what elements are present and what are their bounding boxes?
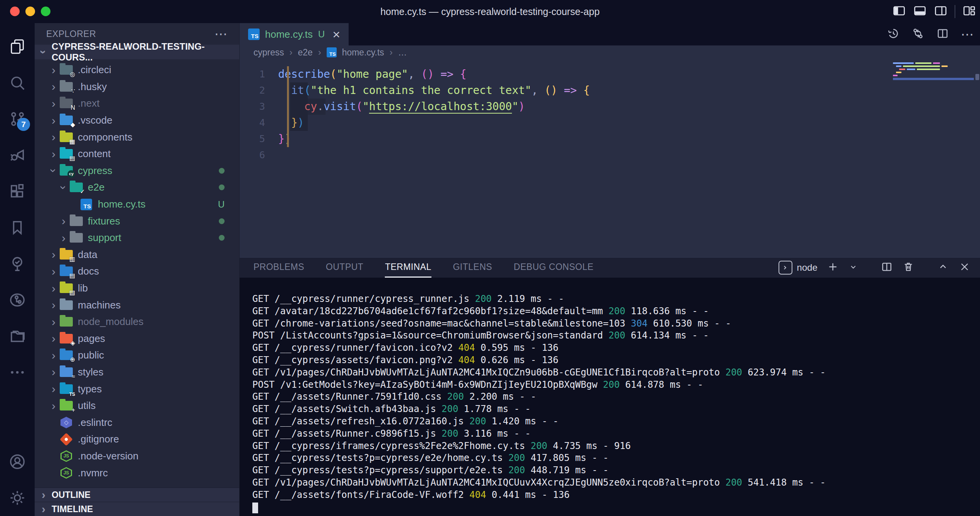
terminal-dropdown-icon[interactable] — [848, 262, 858, 273]
editor-more-actions-icon[interactable]: ⋯ — [961, 27, 974, 42]
local-history-icon[interactable] — [887, 27, 900, 42]
run-debug-icon[interactable] — [0, 137, 35, 173]
kill-terminal-icon[interactable] — [902, 261, 915, 275]
tree-item-label: machines — [78, 299, 121, 311]
scrollbar-thumb[interactable] — [975, 74, 979, 80]
explorer-more-icon[interactable]: ⋯ — [215, 30, 228, 38]
code-line: 4 }) — [240, 115, 980, 131]
code-line: 1describe("home page", () => { — [240, 66, 980, 82]
settings-gear-icon[interactable] — [0, 480, 35, 516]
folder-icon: ▤ — [59, 147, 74, 161]
toggle-secondary-sidebar-icon[interactable] — [934, 4, 948, 19]
minimap[interactable] — [893, 62, 974, 80]
panel-tab-output[interactable]: OUTPUT — [326, 258, 364, 278]
tree-item-.husky[interactable]: ›∵.husky — [35, 79, 239, 95]
tree-item-e2e[interactable]: ›✓e2e — [35, 179, 239, 196]
toggle-sidebar-icon[interactable] — [892, 4, 906, 19]
search-icon[interactable] — [0, 65, 35, 101]
close-tab-icon[interactable]: × — [332, 28, 340, 41]
tree-item-home.cy.ts[interactable]: TShome.cy.tsU — [35, 196, 239, 213]
panel-header: PROBLEMSOUTPUTTERMINALGITLENSDEBUG CONSO… — [240, 258, 980, 278]
new-terminal-icon[interactable] — [827, 261, 839, 275]
panel-tab-problems[interactable]: PROBLEMS — [253, 258, 304, 278]
chevron-right-icon: › — [49, 316, 59, 328]
window-controls — [10, 7, 50, 16]
tree-item-pages[interactable]: ›◈pages — [35, 330, 239, 347]
tree-item-fixtures[interactable]: ›fixtures — [35, 213, 239, 230]
terminal-line: GET /__/assets/Runner.7591f1d0.css 200 2… — [252, 391, 980, 403]
outline-section-header[interactable]: › OUTLINE — [35, 488, 239, 502]
modified-dot-badge — [219, 235, 225, 241]
explorer-icon[interactable] — [0, 28, 35, 65]
git-compare-icon[interactable] — [911, 27, 925, 42]
tree-item-cypress[interactable]: ›cycypress — [35, 163, 239, 179]
gitlens-icon[interactable] — [0, 282, 35, 318]
panel-tab-gitlens[interactable]: GITLENS — [453, 258, 492, 278]
tree-item-styles[interactable]: ›≈styles — [35, 364, 239, 381]
project-root-header[interactable]: › CYPRESS-REALWORLD-TESTING-COURS... — [35, 45, 239, 59]
extensions-icon[interactable] — [0, 173, 35, 209]
tree-item-support[interactable]: ›support — [35, 230, 239, 246]
maximize-panel-icon[interactable] — [937, 261, 949, 275]
tree-item-label: .husky — [78, 81, 107, 93]
tree-item-.nvmrc[interactable]: JS.nvmrc — [35, 464, 239, 481]
tree-item-.gitignore[interactable]: .gitignore — [35, 431, 239, 448]
source-control-icon[interactable]: 7 — [0, 101, 35, 137]
tree-item-utils[interactable]: ›+utils — [35, 397, 239, 414]
chevron-right-icon: › — [49, 249, 59, 260]
tree-item-label: .nvmrc — [78, 467, 108, 479]
tree-item-data[interactable]: ›▥data — [35, 246, 239, 263]
testing-tree-icon[interactable] — [0, 246, 35, 282]
code-editor[interactable]: 1describe("home page", () => {2 it("the … — [240, 59, 980, 257]
folder-icon — [69, 214, 84, 228]
titlebar: home.cy.ts — cypress-realworld-testing-c… — [0, 0, 980, 23]
minimap-slider[interactable] — [893, 78, 974, 80]
zoom-window-button[interactable] — [41, 7, 50, 16]
bookmarks-icon[interactable] — [0, 209, 35, 246]
tree-item-label: types — [78, 383, 102, 395]
folder-icon: ≈ — [59, 365, 74, 379]
breadcrumb[interactable]: cypress›e2e›TShome.cy.ts›… — [240, 45, 980, 59]
tree-item-node_modules[interactable]: ›node_modules — [35, 313, 239, 330]
more-views-icon[interactable] — [0, 354, 35, 390]
chevron-right-icon: › — [49, 350, 59, 361]
terminal-shell-icon — [779, 261, 792, 275]
split-terminal-icon[interactable] — [881, 261, 893, 275]
tree-item-docs[interactable]: ›▤docs — [35, 263, 239, 280]
breadcrumb-item[interactable]: … — [398, 47, 407, 58]
tree-item-.vscode[interactable]: ›◆.vscode — [35, 112, 239, 129]
tree-item-.eslintrc[interactable]: ◇.eslintrc — [35, 414, 239, 431]
timeline-section-header[interactable]: › TIMELINE — [35, 502, 239, 516]
customize-layout-icon[interactable] — [962, 4, 976, 19]
line-number: 4 — [240, 115, 278, 131]
tree-item-content[interactable]: ›▤content — [35, 146, 239, 163]
breadcrumb-item[interactable]: e2e — [298, 47, 312, 58]
tree-item-machines[interactable]: ›machines — [35, 297, 239, 313]
explorer-sidebar: EXPLORER ⋯ › CYPRESS-REALWORLD-TESTING-C… — [35, 23, 240, 516]
close-panel-icon[interactable] — [958, 261, 971, 275]
tree-item-.next[interactable]: ›N.next — [35, 95, 239, 112]
minimize-window-button[interactable] — [25, 7, 35, 16]
tree-item-.circleci[interactable]: ›◎.circleci — [35, 62, 239, 79]
tree-item-label: home.cy.ts — [98, 198, 146, 210]
scm-badge: 7 — [17, 118, 30, 131]
panel-tab-debug-console[interactable]: DEBUG CONSOLE — [514, 258, 594, 278]
tree-item-types[interactable]: ›TStypes — [35, 380, 239, 397]
tree-item-.node-version[interactable]: JS.node-version — [35, 448, 239, 465]
close-window-button[interactable] — [10, 7, 20, 16]
toggle-panel-icon[interactable] — [913, 4, 927, 19]
project-manager-icon[interactable] — [0, 318, 35, 354]
panel-tab-terminal[interactable]: TERMINAL — [385, 258, 431, 278]
breadcrumb-item[interactable]: cypress — [253, 47, 284, 58]
account-icon[interactable] — [0, 444, 35, 480]
tree-item-components[interactable]: ›▦components — [35, 129, 239, 146]
terminal-line: GET /chrome-variations/seed?osname=mac&c… — [252, 318, 980, 330]
breadcrumb-item[interactable]: home.cy.ts — [342, 47, 384, 58]
terminal-output[interactable]: GET /__cypress/runner/cypress_runner.js … — [240, 278, 980, 516]
split-editor-icon[interactable] — [936, 27, 949, 42]
tab-home-cy-ts[interactable]: TS home.cy.ts U × — [240, 23, 349, 45]
folder-icon: ▦ — [59, 131, 74, 144]
tree-item-public[interactable]: ›⊕public — [35, 347, 239, 364]
tree-item-lib[interactable]: ›▧lib — [35, 280, 239, 297]
typescript-file-icon: TS — [79, 198, 94, 211]
